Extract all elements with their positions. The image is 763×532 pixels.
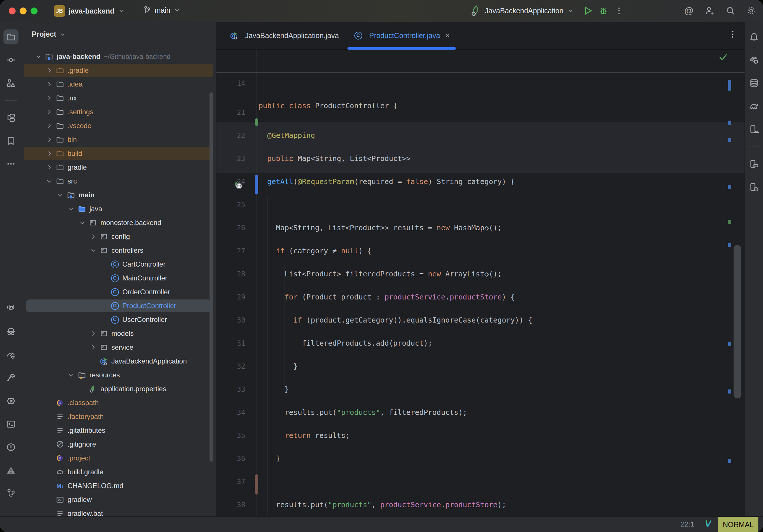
tree-item[interactable]: .idea xyxy=(22,77,216,91)
terminal-icon[interactable] xyxy=(3,417,19,432)
code-line[interactable]: 32 } xyxy=(216,332,744,355)
tree-item[interactable]: bin xyxy=(22,133,216,147)
fold-separator[interactable] xyxy=(216,72,744,73)
code-line[interactable]: 39 } xyxy=(216,493,744,516)
tree-item[interactable]: C CartController xyxy=(22,257,216,271)
tree-item[interactable]: gradlew xyxy=(22,493,216,507)
tree-item[interactable]: gradle xyxy=(22,160,216,174)
tree-item[interactable]: JavaBackendApplication xyxy=(22,354,216,368)
tree-item[interactable]: C UserController xyxy=(22,313,216,327)
tree-item[interactable]: .settings xyxy=(22,105,216,119)
more-tools-icon[interactable] xyxy=(3,157,19,171)
close-tab-icon[interactable]: × xyxy=(445,31,450,40)
code-with-me-icon[interactable] xyxy=(704,5,716,17)
code-line[interactable]: 29 if (product.getCategory().equalsIgnor… xyxy=(216,263,744,286)
code-line[interactable]: 30 filteredProducts.add(product); xyxy=(216,286,744,309)
tree-item[interactable]: models xyxy=(22,327,216,341)
device-mirror-icon[interactable] xyxy=(747,157,762,171)
code-line[interactable]: 31 } xyxy=(216,309,744,332)
notifications-warning-icon[interactable] xyxy=(3,463,19,478)
device-explorer-icon[interactable] xyxy=(747,179,762,194)
vcs-added-marker[interactable] xyxy=(255,118,258,126)
code-line[interactable]: 38 return results; xyxy=(216,470,744,493)
vcs-changed-marker[interactable] xyxy=(255,474,258,494)
tree-item[interactable]: src xyxy=(22,174,216,188)
tree-item[interactable]: config xyxy=(22,230,216,244)
database-icon[interactable] xyxy=(747,75,762,91)
run-configuration-widget[interactable]: JavaBackendApplication xyxy=(470,5,625,17)
editor-tab-options-icon[interactable] xyxy=(728,30,738,39)
caret-position[interactable]: 22:1 xyxy=(681,520,694,528)
incognito-icon[interactable] xyxy=(3,324,19,339)
code-line[interactable]: 28 for (Product product : productService… xyxy=(216,240,744,263)
tree-item[interactable]: C MainController xyxy=(22,271,216,285)
settings-icon[interactable] xyxy=(745,5,757,17)
tree-item[interactable]: .gitignore xyxy=(22,437,216,451)
tree-item[interactable]: controllers xyxy=(22,244,216,257)
pull-requests-icon[interactable] xyxy=(3,110,19,125)
gradle-icon[interactable] xyxy=(747,99,762,114)
code-editor[interactable]: 14 public class ProductController { 21 @… xyxy=(216,50,744,516)
tree-item[interactable]: .factorypath xyxy=(22,410,216,424)
tree-item[interactable]: resources xyxy=(22,368,216,382)
debug-button[interactable] xyxy=(598,5,609,17)
code-line[interactable]: 37 results.put("products", productServic… xyxy=(216,447,744,470)
tree-item[interactable]: C ProductController xyxy=(22,299,216,313)
tree-item[interactable]: service xyxy=(22,341,216,354)
tree-item[interactable]: .classpath xyxy=(22,396,216,410)
branch-widget[interactable]: main xyxy=(142,5,181,15)
tree-item[interactable]: gradlew.bat xyxy=(22,507,216,516)
project-tool-icon[interactable] xyxy=(3,30,19,45)
code-line[interactable]: 24 xyxy=(216,147,744,170)
tree-item[interactable]: build.gradle xyxy=(22,465,216,479)
ai-assistant-icon[interactable]: @ xyxy=(683,5,695,17)
project-widget[interactable]: JB java-backend xyxy=(54,5,125,17)
running-devices-icon[interactable] xyxy=(747,122,762,137)
tree-item[interactable]: build xyxy=(22,147,216,160)
minimize-window-button[interactable] xyxy=(20,8,27,14)
vim-mode-badge[interactable]: NORMAL xyxy=(718,517,758,532)
tree-item[interactable]: application.properties xyxy=(22,382,216,396)
tree-item[interactable]: main xyxy=(22,188,216,202)
code-line[interactable]: 34 return results; xyxy=(216,378,744,401)
close-window-button[interactable] xyxy=(9,8,16,14)
search-everywhere-icon[interactable] xyxy=(724,5,736,17)
bookmarks-icon[interactable] xyxy=(3,133,19,148)
project-panel-header[interactable]: Project xyxy=(32,30,66,38)
code-line[interactable]: 14 public class ProductController { xyxy=(216,50,744,72)
ai-chat-icon[interactable] xyxy=(747,53,762,67)
editor-tab[interactable]: C ProductController.java × xyxy=(346,22,457,49)
tree-item[interactable]: .nx xyxy=(22,91,216,105)
code-line[interactable]: 27 List<Product> filteredProducts = new … xyxy=(216,216,744,240)
structure-icon[interactable] xyxy=(3,75,19,91)
code-line[interactable]: 23 getAll(@RequestParam(required = false… xyxy=(216,124,744,147)
git-icon[interactable] xyxy=(3,486,19,501)
tree-item[interactable]: java xyxy=(22,202,216,216)
tree-item[interactable]: .vscode xyxy=(22,119,216,133)
code-line[interactable]: 21 @GetMapping xyxy=(216,78,744,101)
cat-plugin-icon[interactable] xyxy=(3,301,19,316)
profiler-icon[interactable] xyxy=(3,347,19,362)
tree-item[interactable]: .gradle xyxy=(22,63,216,77)
tree-item[interactable]: monostore.backend xyxy=(22,216,216,230)
ideavim-icon[interactable]: V xyxy=(705,518,711,529)
code-line[interactable]: 26 if (category ≠ null) { xyxy=(216,193,744,216)
tree-item[interactable]: M↓ CHANGELOG.md xyxy=(22,479,216,493)
tree-item[interactable]: .gitattributes xyxy=(22,424,216,437)
services-icon[interactable] xyxy=(3,393,19,408)
code-line[interactable]: 35 } xyxy=(216,401,744,424)
code-line[interactable]: 25 Map<String, List<Product>> results = … xyxy=(216,170,744,193)
tree-item[interactable]: C OrderController xyxy=(22,285,216,299)
code-line[interactable]: 33 results.put("products", filteredProdu… xyxy=(216,355,744,378)
editor-tab[interactable]: JavaBackendApplication.java xyxy=(222,22,346,49)
run-button[interactable] xyxy=(582,5,594,17)
vcs-modified-marker[interactable] xyxy=(255,175,258,194)
more-run-options-button[interactable] xyxy=(613,5,625,17)
tree-item[interactable]: .project xyxy=(22,451,216,465)
build-icon[interactable] xyxy=(3,371,19,385)
commit-icon[interactable] xyxy=(3,53,19,67)
notifications-icon[interactable] xyxy=(747,30,762,45)
zoom-window-button[interactable] xyxy=(31,8,38,14)
code-line[interactable]: 22 public Map<String, List<Product>> xyxy=(216,101,744,124)
code-line[interactable]: 36 xyxy=(216,424,744,447)
